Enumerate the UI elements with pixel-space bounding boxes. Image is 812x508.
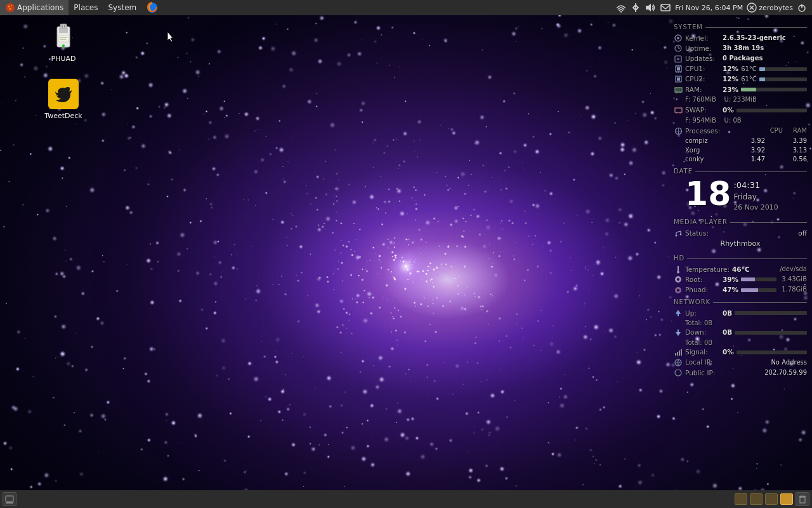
svg-rect-15 bbox=[62, 25, 63, 27]
desktop-icon-tweetdeck[interactable]: TweetDeck bbox=[38, 76, 89, 123]
conky-cpu2-label: CPU2: bbox=[685, 74, 720, 84]
mail-indicator[interactable] bbox=[660, 2, 671, 13]
workspace-4[interactable] bbox=[780, 493, 793, 505]
gnome-foot-icon bbox=[5, 3, 15, 13]
conky-phuad-pct: 47% bbox=[723, 285, 738, 295]
conky-up-bar bbox=[735, 311, 807, 315]
trash-applet[interactable] bbox=[796, 492, 809, 506]
conky-signal-icon bbox=[674, 348, 683, 357]
workspace-3[interactable] bbox=[765, 493, 778, 505]
conky-processes-header-row: Processes: CPU RAM bbox=[674, 126, 807, 136]
conky-cpu2-temp: 61°C bbox=[741, 75, 757, 84]
svg-rect-64 bbox=[678, 330, 679, 332]
svg-point-20 bbox=[62, 44, 65, 47]
conky-down-total: Total: 0B bbox=[674, 338, 807, 348]
conky-up-label: Up: bbox=[685, 309, 720, 318]
network-indicator[interactable] bbox=[615, 2, 627, 13]
svg-marker-7 bbox=[646, 4, 651, 11]
applications-label: Applications bbox=[17, 3, 63, 12]
workspace-2[interactable] bbox=[750, 493, 763, 505]
datetime-indicator[interactable]: Fri Nov 26, 6:04 PM bbox=[675, 4, 743, 12]
workspace-1[interactable] bbox=[735, 493, 747, 505]
menu-system[interactable]: System bbox=[103, 0, 141, 15]
conky-down-value: 0B bbox=[723, 328, 732, 337]
conky-local-ip-label: Local IP: bbox=[685, 358, 720, 367]
svg-point-2 bbox=[11, 5, 12, 6]
conky-local-ip-value: No Address bbox=[771, 358, 807, 368]
conky-public-ip-value: 202.70.59.99 bbox=[764, 368, 807, 378]
conky-status-value: off bbox=[798, 229, 807, 238]
conky-updates-row: Updates: 0 Packages bbox=[674, 54, 807, 64]
conky-phuad-size: 1.78GiB bbox=[782, 285, 807, 295]
conky-status-label: Status: bbox=[685, 229, 720, 238]
conky-media-header: MEDIA PLAYER bbox=[674, 218, 807, 227]
conky-root-size: 3.43GiB bbox=[782, 275, 807, 284]
conky-up-total: Total: 0B bbox=[674, 319, 807, 328]
user-indicator[interactable]: zerobytes bbox=[747, 3, 793, 13]
conky-processes-icon bbox=[674, 127, 683, 136]
conky-uptime-row: Uptime: 3h 38m 19s bbox=[674, 44, 807, 53]
svg-point-22 bbox=[677, 37, 679, 39]
conky-cpu-icon bbox=[674, 65, 683, 74]
conky-swap-icon bbox=[674, 106, 683, 115]
conky-cpu2-row: CPU2: 12% 61°C bbox=[674, 74, 807, 84]
conky-up-value: 0B bbox=[723, 309, 732, 318]
svg-rect-62 bbox=[678, 314, 679, 316]
mail-icon bbox=[660, 2, 671, 13]
volume-icon bbox=[645, 2, 656, 13]
conky-thermometer-icon bbox=[674, 265, 683, 274]
menu-applications[interactable]: Applications bbox=[0, 0, 69, 15]
conky-swap-row: SWAP: 0% bbox=[674, 105, 807, 115]
conky-updates-icon bbox=[674, 55, 683, 64]
menu-places[interactable]: Places bbox=[69, 0, 103, 15]
conky-ram-row: RAM: 23% bbox=[674, 85, 807, 95]
conky-kernel-icon bbox=[674, 34, 683, 43]
conky-swap-pct: 0% bbox=[723, 105, 734, 115]
conky-globe-icon bbox=[674, 358, 683, 367]
desktop-icon-phuad[interactable]: PHUAD bbox=[38, 19, 89, 65]
conky-cpu2-icon bbox=[674, 75, 683, 84]
svg-rect-66 bbox=[677, 352, 678, 356]
conky-ram-icon bbox=[674, 85, 683, 94]
svg-rect-47 bbox=[675, 108, 682, 112]
bluetooth-icon bbox=[631, 2, 641, 13]
conky-updates-label: Updates: bbox=[685, 54, 720, 64]
tweetdeck-label: TweetDeck bbox=[41, 112, 86, 120]
conky-uptime-label: Uptime: bbox=[685, 44, 720, 53]
volume-indicator[interactable] bbox=[645, 2, 656, 13]
desktop-icon bbox=[5, 495, 14, 504]
conky-down-label: Down: bbox=[685, 328, 720, 337]
conky-dow-value: Friday bbox=[733, 192, 778, 203]
svg-rect-17 bbox=[58, 36, 69, 42]
conky-day-number: 18 bbox=[674, 177, 731, 210]
conky-signal-bar bbox=[737, 351, 807, 354]
conky-root-pct: 39% bbox=[723, 275, 738, 284]
taskbar bbox=[0, 492, 735, 506]
conky-cpu1-bar bbox=[759, 67, 807, 71]
conky-root-bar bbox=[741, 277, 776, 281]
svg-rect-38 bbox=[677, 77, 680, 81]
conky-phuad-row: Phuad: 47% 1.78GiB bbox=[674, 285, 807, 295]
datetime-label: Fri Nov 26, 6:04 PM bbox=[675, 4, 743, 12]
show-desktop-button[interactable] bbox=[3, 492, 16, 506]
conky-hd-temp-row: Temperature: 46°C /dev/sda bbox=[674, 265, 807, 274]
conky-network-header: NETWORK bbox=[674, 298, 807, 307]
bluetooth-indicator[interactable] bbox=[631, 2, 641, 13]
conky-signal-row: Signal: 0% bbox=[674, 347, 807, 357]
conky-uptime-value: 3h 38m 19s bbox=[723, 44, 764, 53]
svg-rect-16 bbox=[64, 25, 65, 27]
conky-swap-detail: F: 954MiB U: 0B bbox=[674, 116, 807, 126]
conky-music-icon bbox=[674, 229, 683, 238]
conky-globe2-icon bbox=[674, 368, 683, 377]
svg-point-5 bbox=[150, 4, 155, 10]
svg-rect-13 bbox=[59, 28, 68, 33]
power-indicator[interactable] bbox=[797, 3, 807, 13]
conky-date-display: 18 :04:31 Friday 26 Nov 2010 bbox=[674, 177, 807, 213]
conky-signal-value: 0% bbox=[723, 347, 734, 357]
conky-hd-device: /dev/sda bbox=[780, 265, 807, 274]
conky-ram-col: RAM bbox=[793, 126, 807, 136]
conky-root-row: Root: 39% 3.43GiB bbox=[674, 275, 807, 284]
svg-rect-68 bbox=[681, 349, 682, 356]
svg-rect-65 bbox=[675, 353, 676, 356]
firefox-launcher[interactable] bbox=[141, 0, 163, 15]
